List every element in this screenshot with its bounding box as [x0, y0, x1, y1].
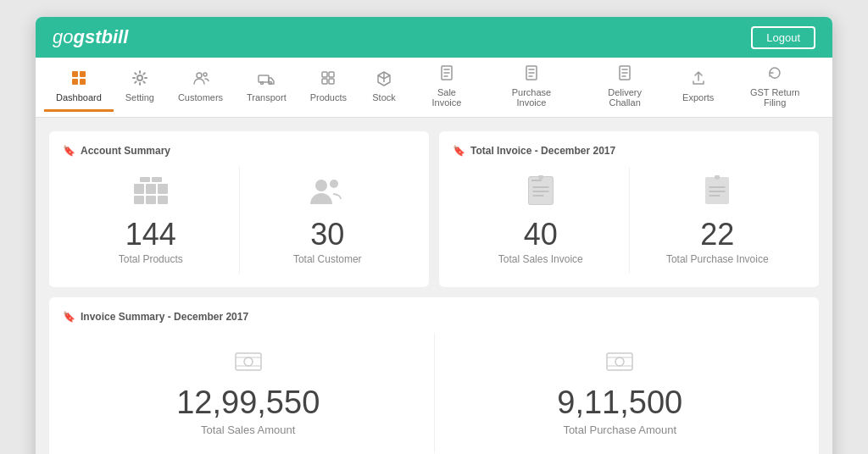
nav-item-dashboard[interactable]: Dashboard [44, 63, 114, 112]
svg-rect-19 [158, 184, 168, 194]
nav-item-exports[interactable]: Exports [670, 63, 726, 112]
svg-rect-12 [322, 79, 327, 84]
purchase-invoice-stat-icon [701, 175, 733, 213]
svg-rect-1 [80, 71, 86, 77]
header: gogstbill Logout [36, 17, 832, 58]
total-purchase-label: Total Purchase Invoice [666, 253, 769, 265]
total-sales-amount-label: Total Sales Amount [201, 424, 295, 436]
total-purchase-number: 22 [700, 219, 734, 250]
top-cards-row: 🔖 Account Summary [49, 131, 819, 287]
account-summary-title: Account Summary [81, 145, 170, 157]
invoice-summary-header: 🔖 Invoice Summary - December 2017 [63, 311, 805, 323]
total-customer-stat: 30 Total Customer [240, 167, 416, 274]
svg-rect-21 [146, 196, 156, 204]
purchase-invoice-icon [523, 64, 540, 86]
svg-rect-17 [134, 184, 144, 194]
account-summary-stats: 144 Total Products 30 [63, 167, 415, 274]
svg-rect-24 [152, 177, 162, 182]
nav-label-customers: Customers [178, 92, 223, 102]
customers-icon [192, 69, 209, 91]
svg-rect-32 [236, 353, 261, 370]
dashboard-icon [70, 69, 87, 91]
total-sales-amount-number: 12,99,550 [176, 386, 320, 418]
svg-rect-3 [80, 79, 86, 85]
svg-rect-22 [158, 196, 168, 204]
nav-label-transport: Transport [247, 92, 287, 102]
total-purchase-amount-number: 9,11,500 [557, 386, 682, 418]
nav-item-delivery-challan[interactable]: Delivery Challan [579, 58, 670, 117]
svg-rect-28 [529, 177, 553, 204]
navigation: Dashboard Setting Customers Transport Pr… [36, 58, 832, 118]
svg-point-6 [203, 73, 207, 76]
svg-rect-10 [322, 72, 327, 77]
sale-invoice-icon [438, 64, 455, 86]
nav-label-setting: Setting [125, 92, 154, 102]
nav-item-transport[interactable]: Transport [235, 63, 298, 112]
logo: gogstbill [53, 26, 128, 48]
total-invoice-title: Total Invoice - December 2017 [470, 145, 615, 157]
delivery-challan-icon [616, 64, 633, 86]
account-summary-card: 🔖 Account Summary [49, 131, 429, 287]
customers-stat-icon [309, 175, 346, 213]
total-customer-label: Total Customer [293, 253, 362, 265]
logo-prefix: go [53, 26, 73, 47]
logout-button[interactable]: Logout [751, 26, 815, 49]
nav-item-sale-invoice[interactable]: Sale Invoice [409, 58, 484, 117]
nav-label-sale-invoice: Sale Invoice [421, 87, 472, 108]
nav-label-exports: Exports [682, 92, 714, 102]
svg-point-26 [330, 180, 338, 188]
svg-point-4 [137, 75, 142, 80]
nav-label-delivery-challan: Delivery Challan [591, 87, 659, 108]
main-content: 🔖 Account Summary [36, 118, 832, 454]
exports-icon [690, 69, 707, 91]
total-products-stat: 144 Total Products [63, 167, 240, 274]
nav-item-gst-return[interactable]: GST Return Filing [726, 58, 824, 117]
nav-label-gst-return: GST Return Filing [737, 87, 812, 108]
sales-invoice-stat-icon [525, 175, 557, 213]
nav-label-stock: Stock [372, 92, 396, 102]
svg-rect-13 [329, 79, 334, 84]
transport-icon [258, 69, 275, 91]
nav-label-purchase-invoice: Purchase Invoice [496, 87, 567, 108]
total-customer-number: 30 [310, 219, 344, 250]
total-invoice-header: 🔖 Total Invoice - December 2017 [453, 145, 805, 157]
svg-rect-20 [134, 196, 144, 204]
svg-rect-18 [146, 184, 156, 194]
total-sales-stat: 40 Total Sales Invoice [453, 167, 630, 274]
products-icon [320, 69, 337, 91]
account-summary-header: 🔖 Account Summary [63, 145, 415, 157]
svg-rect-0 [72, 71, 78, 77]
nav-item-products[interactable]: Products [298, 63, 359, 112]
setting-icon [131, 69, 148, 91]
bookmark-icon: 🔖 [63, 145, 75, 157]
nav-item-purchase-invoice[interactable]: Purchase Invoice [484, 58, 579, 117]
stock-icon [376, 69, 392, 91]
svg-point-9 [270, 82, 272, 85]
total-sales-number: 40 [524, 219, 558, 250]
total-sales-amount-stat: 12,99,550 Total Sales Amount [63, 333, 435, 453]
total-sales-label: Total Sales Invoice [498, 253, 583, 265]
svg-rect-34 [607, 353, 632, 370]
svg-rect-2 [72, 79, 78, 85]
svg-rect-11 [329, 72, 334, 77]
svg-rect-30 [705, 177, 729, 204]
total-products-number: 144 [125, 219, 176, 250]
svg-point-25 [315, 180, 327, 191]
total-purchase-amount-stat: 9,11,500 Total Purchase Amount [435, 333, 806, 453]
svg-rect-7 [259, 75, 269, 82]
nav-item-setting[interactable]: Setting [114, 63, 166, 112]
app-window: gogstbill Logout Dashboard Setting Custo… [36, 17, 832, 454]
nav-item-stock[interactable]: Stock [359, 63, 409, 112]
svg-point-35 [615, 357, 624, 366]
nav-label-dashboard: Dashboard [56, 92, 102, 102]
nav-label-products: Products [310, 92, 347, 102]
svg-point-8 [261, 82, 264, 85]
purchase-amount-icon [605, 350, 634, 379]
invoice-summary-card: 🔖 Invoice Summary - December 2017 12,99,… [49, 297, 819, 454]
invoice-summary-title: Invoice Summary - December 2017 [81, 311, 248, 323]
sales-amount-icon [234, 350, 263, 379]
invoice-summary-stats: 12,99,550 Total Sales Amount 9,11,500 To… [63, 333, 805, 453]
nav-item-customers[interactable]: Customers [166, 63, 235, 112]
svg-point-5 [197, 73, 202, 78]
svg-rect-23 [140, 177, 150, 182]
